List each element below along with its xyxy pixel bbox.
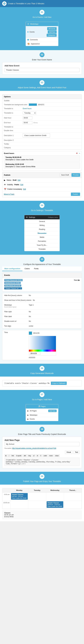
visibility-icon: 👁 bbox=[4, 184, 6, 186]
pages-icon: 🗍 bbox=[38, 406, 40, 408]
options-header: Options bbox=[2, 94, 82, 99]
nav-events[interactable]: ▶ Events bbox=[26, 417, 58, 421]
all-events-item[interactable]: All Events bbox=[47, 27, 57, 30]
color-swatch[interactable] bbox=[29, 104, 37, 106]
events-section-title: Events bbox=[2, 273, 82, 278]
color-secondary-display: #333333 bbox=[29, 356, 80, 358]
weekdays-event-layout-row: Weekdays Event block layout Type 1 bbox=[2, 303, 82, 309]
permalink-edit-link[interactable]: Edit bbox=[53, 447, 56, 449]
table-row: 9:00 am Theater Classes 9:00 am - 9:45 a… bbox=[2, 492, 82, 501]
event-theater-mon[interactable]: Theater Classes 9:00 am - 9:45 am Class … bbox=[11, 493, 28, 500]
time-color-swatch[interactable] bbox=[29, 332, 32, 335]
permalink-row: Permalink: http://squaricalabs.com/wp_pl… bbox=[4, 447, 80, 449]
page-title-input[interactable] bbox=[4, 442, 80, 446]
move-to-trash-link[interactable]: Move to Trash bbox=[4, 193, 14, 195]
color-hue-bar[interactable] bbox=[29, 350, 56, 352]
toolbar-bold[interactable]: b bbox=[4, 454, 7, 457]
nav-writing[interactable]: Writing bbox=[24, 223, 60, 227]
visibility-edit-link[interactable]: Edit bbox=[20, 184, 23, 186]
categories-item[interactable]: Categories bbox=[47, 34, 57, 37]
toolbar-bquote[interactable]: b-quote bbox=[15, 454, 22, 457]
toolbar-del[interactable]: del bbox=[23, 454, 27, 457]
toolbar-li[interactable]: li bbox=[40, 454, 42, 457]
visibility-value: Public bbox=[14, 184, 19, 186]
event-title: Theater Classes bbox=[47, 502, 63, 504]
start-hour-input[interactable] bbox=[23, 116, 32, 120]
event-theater-wed[interactable]: Theater Classes 10:00 am - 10:45 am Clas… bbox=[47, 501, 63, 508]
nav-timetable[interactable]: Timetable bbox=[24, 247, 60, 251]
description1-input[interactable] bbox=[23, 133, 50, 138]
footer-classes-label: Classes 40:45 am am Emma White bbox=[4, 512, 80, 518]
event-name-input[interactable] bbox=[4, 68, 80, 72]
settings-icon: ⚙ bbox=[26, 216, 28, 218]
sidebar-item-appearance[interactable]: 🎨 Appearance bbox=[26, 42, 58, 46]
tab-main-config[interactable]: Main configuration bbox=[2, 266, 22, 271]
nav-media[interactable]: Media bbox=[24, 235, 60, 239]
toolbar-more[interactable]: more bbox=[48, 454, 54, 457]
timetable-to-row2: Timetable to: bbox=[2, 125, 82, 129]
add-hour-btn[interactable]: + bbox=[79, 152, 80, 154]
collapse-label[interactable]: Collapse menu bbox=[48, 216, 58, 218]
color-hex-row bbox=[29, 352, 56, 356]
status-icon: ▶ bbox=[4, 179, 5, 181]
toolbar-ol[interactable]: ol bbox=[36, 454, 39, 457]
nav-yoast[interactable]: Yoast Fly Bo... bbox=[24, 243, 60, 247]
tab-fonts[interactable]: Fonts bbox=[32, 266, 41, 271]
nav-permalinks[interactable]: Permalinks bbox=[24, 239, 60, 243]
toolbar-code[interactable]: code bbox=[43, 454, 48, 457]
nav-reading[interactable]: Reading bbox=[24, 227, 60, 231]
step6-content: [timetable event='theater-classes' weekd… bbox=[0, 376, 84, 390]
publish-edit-link[interactable]: Edit bbox=[23, 188, 26, 190]
event-martial-arts: Martial Arts (id: 3744) bbox=[4, 282, 70, 284]
status-edit-link[interactable]: Edit bbox=[18, 179, 20, 181]
end-hour-input[interactable] bbox=[23, 121, 32, 124]
timetable-day-select[interactable]: Tuesday Monday Wednesday bbox=[23, 111, 36, 114]
save-draft-btn[interactable]: Save Draft bbox=[60, 173, 71, 177]
visual-btn[interactable]: Visual bbox=[65, 450, 72, 454]
step9-title: Publish Your Page and Enjoy Your Timetab… bbox=[2, 480, 82, 482]
publish-btn[interactable]: Publish bbox=[71, 192, 80, 196]
add-new-page-btn[interactable]: Add New bbox=[48, 410, 57, 412]
comments-icon bbox=[27, 39, 29, 40]
text-btn[interactable]: Text bbox=[74, 450, 80, 454]
time-color-row: Time 2EA1CB #333333 bbox=[2, 330, 82, 360]
toolbar-ul[interactable]: ul bbox=[32, 454, 35, 457]
toolbar-italic[interactable]: i bbox=[8, 454, 10, 457]
trash-row: Move to Trash Publish bbox=[2, 192, 82, 197]
calendar-icon: 📅 bbox=[4, 188, 6, 190]
color-gradient[interactable] bbox=[29, 336, 56, 350]
status-row: ▶ Status: Draft Edit bbox=[2, 178, 82, 182]
remove-hour-btn[interactable]: ✕ bbox=[76, 152, 78, 154]
step4-circle: 04 bbox=[40, 203, 44, 208]
sidebar-item-comments[interactable]: Comments bbox=[26, 38, 58, 42]
add-new-item[interactable]: Add New bbox=[48, 30, 57, 34]
step9-circle: 09 bbox=[40, 474, 44, 479]
footer-info: Classes 40:45 am am Emma White bbox=[2, 510, 82, 519]
cell-wed-1000: Theater Classes 10:00 am - 10:45 am Clas… bbox=[46, 501, 64, 509]
nav-all-pages[interactable]: ▶ All Pages Add New bbox=[26, 408, 58, 413]
step5-circle: 05 bbox=[40, 257, 44, 262]
toolbar-close[interactable]: close bbox=[54, 454, 60, 457]
color-picker[interactable] bbox=[29, 336, 56, 356]
editor-content-area[interactable]: [timetable event='theater-classes' weekd… bbox=[4, 458, 80, 466]
copy-shortcode-btn[interactable]: Copy to Clipboard bbox=[51, 382, 67, 385]
header-title: Create a Timetable in Less Than 3 Minute… bbox=[8, 2, 44, 5]
bg-color-row: Timetable box background color: 2EA2CC bbox=[2, 102, 82, 107]
time-color-section: Time 2EA1CB #333333 bbox=[2, 330, 82, 360]
toolbar-img[interactable]: img bbox=[27, 454, 32, 457]
step7-nav: 🗍 Pages ▶ All Pages Add New ▶ Weekdays ▶… bbox=[26, 404, 58, 421]
timetable-header: Monday Tuesday Wednesday Thursd... bbox=[2, 488, 82, 492]
color-hex-input[interactable] bbox=[29, 352, 40, 355]
nav-general[interactable]: General bbox=[24, 219, 60, 223]
nav-discussion[interactable]: Discussion bbox=[24, 231, 60, 235]
preview-btn[interactable]: Preview bbox=[72, 173, 80, 177]
nav-weekdays[interactable]: ▶ Weekdays bbox=[26, 413, 58, 417]
step9-content: Monday Tuesday Wednesday Thursd... 9:00 … bbox=[0, 484, 84, 521]
publish-header: Publish Save Draft Preview bbox=[2, 172, 82, 178]
events-color-row: Power Fitness (id: 2119) Martial Arts (i… bbox=[2, 278, 82, 292]
page-editor: Add New Page Permalink: http://squarical… bbox=[2, 437, 82, 468]
hours-row-0-time: Tuesday 09:00-09:45 bbox=[5, 156, 79, 158]
tab-colors[interactable]: Colors bbox=[22, 266, 32, 271]
sidebar-item-events[interactable]: Events All Events Add New Categories bbox=[26, 26, 58, 38]
toolbar-link[interactable]: link bbox=[11, 454, 15, 457]
